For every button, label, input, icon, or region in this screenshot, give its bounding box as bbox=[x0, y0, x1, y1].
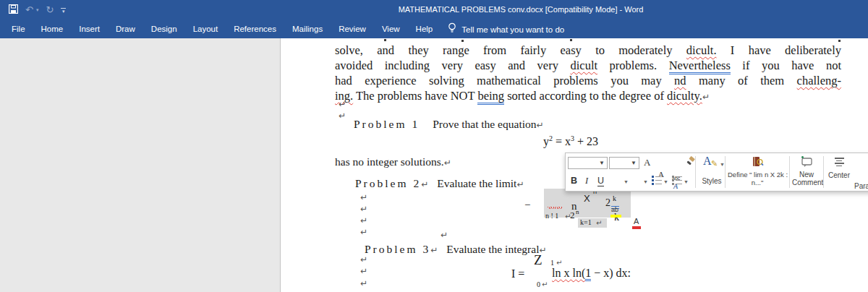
tell-me-box[interactable]: Tell me what you want to do bbox=[448, 22, 564, 36]
paragraph-mark: ↵ bbox=[360, 204, 367, 214]
limit-formula[interactable]: − n X n 2 k n ! 1 ↵ 2 n k k=1 ↵ bbox=[522, 184, 641, 239]
clipped-text-remnant bbox=[838, 40, 841, 42]
problem-1-tail: has no integer solutions.↵ bbox=[335, 155, 451, 168]
font-size-select[interactable]: ▼ bbox=[609, 157, 639, 169]
font-color-dropdown-icon[interactable]: ▼ bbox=[643, 179, 648, 184]
tab-review[interactable]: Review bbox=[331, 20, 374, 38]
customize-quick-access-icon[interactable]: ▾ bbox=[61, 8, 66, 13]
numbering-button[interactable] bbox=[672, 176, 682, 185]
tab-layout[interactable]: Layout bbox=[185, 20, 226, 38]
line-break-mark: ↵ bbox=[542, 280, 548, 288]
body-paragraph: solve, and they range from fairly easy t… bbox=[335, 43, 841, 105]
define-dictionary-icon bbox=[752, 158, 764, 170]
problem-2-heading: Problem 2↵Evaluate the limit↵ bbox=[355, 177, 524, 190]
paragraph-mark: ↵ bbox=[360, 278, 367, 288]
tab-insert[interactable]: Insert bbox=[71, 20, 108, 38]
undo-icon[interactable]: ↶ bbox=[25, 3, 33, 17]
styles-button[interactable]: A✎ ▼ Styles bbox=[700, 156, 723, 185]
paragraph-label-clipped[interactable]: Para bbox=[854, 182, 868, 190]
tell-me-label: Tell me what you want to do bbox=[461, 25, 564, 34]
highlight-dropdown-icon[interactable]: ▼ bbox=[624, 179, 629, 184]
math-minus: − bbox=[524, 199, 530, 211]
bullets-dropdown-icon[interactable]: ▼ bbox=[663, 179, 668, 184]
math-2: 2 bbox=[605, 197, 610, 209]
align-center-icon bbox=[826, 158, 852, 166]
math-k-sup: k bbox=[613, 194, 616, 202]
window-title: MATHEMATICAL PROBLEMS conv.docx [Compati… bbox=[347, 5, 694, 14]
integral-formula[interactable]: Z 1 ↵ I = ln x ln(1 − x) dx: 0 ↵ bbox=[507, 249, 666, 291]
equation-y2-x3: y2 = x3 + 23 bbox=[543, 134, 598, 148]
line-break-mark: ↵ bbox=[430, 245, 438, 255]
misspelled-word: diculty. bbox=[667, 89, 702, 103]
clipped-text-remnant bbox=[570, 39, 572, 41]
paragraph-mark: ↵ bbox=[360, 192, 367, 202]
mini-toolbar: ▼ ▼ A▲ A▼ abcA B I U ab bbox=[565, 153, 868, 192]
underline-button[interactable]: U bbox=[597, 176, 604, 186]
line-break-mark: ↵ bbox=[421, 179, 428, 189]
styles-icon: A✎ bbox=[703, 156, 720, 169]
spellcheck-squiggle bbox=[548, 207, 563, 209]
math-integral-z: Z bbox=[534, 252, 542, 268]
paragraph-mark: ↵ bbox=[360, 227, 367, 237]
line-break-mark: ↵ bbox=[596, 219, 602, 227]
tab-references[interactable]: References bbox=[226, 20, 284, 38]
tab-design[interactable]: Design bbox=[143, 20, 185, 38]
math-sigma-x: X bbox=[584, 193, 590, 204]
clipped-text-remnant bbox=[384, 39, 386, 41]
tab-help[interactable]: Help bbox=[408, 20, 441, 38]
define-button[interactable]: Define " lim n X 2k : n..." bbox=[728, 155, 787, 186]
paragraph-mark: ↵ bbox=[441, 230, 448, 240]
tab-view[interactable]: View bbox=[374, 20, 408, 38]
document-workspace: solve, and they range from fairly easy t… bbox=[0, 38, 868, 292]
paragraph-mark: ↵ bbox=[360, 254, 367, 265]
tab-home[interactable]: Home bbox=[33, 20, 72, 38]
paragraph-mark: ↵ bbox=[339, 111, 346, 121]
misspelled-word: nd bbox=[674, 74, 686, 87]
problem-2-text: Evaluate the limit bbox=[437, 177, 516, 189]
line-break-mark: ↵ bbox=[556, 259, 562, 267]
math-lim-sub: n ! 1 bbox=[545, 212, 558, 220]
math-lower-bound: 0 bbox=[537, 280, 540, 288]
highlight-button[interactable]: ab bbox=[610, 207, 622, 218]
document-page[interactable]: solve, and they range from fairly easy t… bbox=[280, 38, 868, 292]
line-break-mark: ↵ bbox=[537, 120, 544, 130]
new-comment-icon bbox=[800, 158, 813, 170]
problem-1-text: Prove that the equation bbox=[433, 118, 536, 130]
italic-button[interactable]: I bbox=[585, 176, 588, 186]
math-k-eq-1: k=1 bbox=[580, 218, 592, 226]
font-color-button[interactable]: A bbox=[632, 218, 642, 230]
grammar-flagged-word: Nevertheless bbox=[669, 59, 731, 74]
paragraph-mark: ↵ bbox=[360, 215, 367, 226]
new-comment-button[interactable]: New Comment bbox=[792, 156, 821, 186]
misspelled-word: challeng- bbox=[797, 74, 841, 87]
paragraph-mark: ↵ bbox=[702, 92, 710, 102]
bullets-button[interactable] bbox=[652, 176, 662, 185]
problem-2-label: Problem 2 bbox=[355, 177, 421, 189]
math-upper-bound: 1 bbox=[550, 259, 554, 267]
tab-file[interactable]: File bbox=[0, 20, 33, 38]
paragraph-mark: ↵ bbox=[360, 266, 367, 276]
paragraph-mark: ↵ bbox=[339, 99, 346, 109]
numbering-dropdown-icon[interactable]: ▼ bbox=[684, 179, 689, 184]
bold-button[interactable]: B bbox=[571, 176, 577, 186]
problem-1-label: Problem 1 bbox=[354, 118, 420, 130]
problem-1-heading: Problem 1Prove that the equation↵ bbox=[354, 118, 544, 131]
save-icon[interactable] bbox=[9, 4, 18, 17]
misspelled-word: dicult bbox=[570, 59, 597, 72]
body-line-1: solve, and they range from fairly easy t… bbox=[335, 43, 841, 58]
undo-dropdown-icon[interactable]: ▾ bbox=[36, 7, 39, 13]
tab-draw[interactable]: Draw bbox=[108, 20, 143, 38]
body-line-3: had experience solving mathematical prob… bbox=[335, 73, 841, 88]
math-i-equals: I = bbox=[511, 267, 524, 280]
body-line-4: ing. The problems have NOT being sorted … bbox=[335, 88, 841, 105]
ribbon-tab-row: File Home Insert Draw Design Layout Refe… bbox=[0, 20, 868, 38]
misspelled-math: ln x ln( bbox=[552, 267, 585, 279]
font-name-select[interactable]: ▼ bbox=[568, 157, 608, 169]
misspelled-word: dicult. bbox=[686, 43, 717, 57]
math-integrand: ln x ln(1 − x) dx: bbox=[552, 267, 631, 280]
center-align-button[interactable]: Center bbox=[826, 158, 852, 179]
redo-icon[interactable]: ↻ bbox=[46, 3, 54, 17]
body-line-2: avoided including very easy and very dic… bbox=[335, 58, 841, 73]
tab-mailings[interactable]: Mailings bbox=[284, 20, 331, 38]
problem-3-label: Problem 3 bbox=[365, 243, 430, 255]
